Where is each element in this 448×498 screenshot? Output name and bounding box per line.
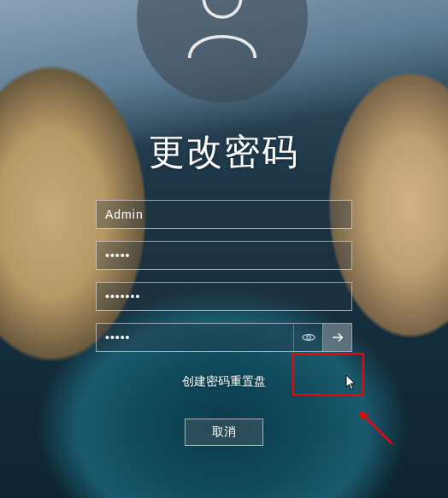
username-input[interactable] (97, 201, 351, 228)
arrow-right-icon (330, 330, 345, 345)
old-password-field-wrap (96, 241, 352, 270)
confirm-password-input[interactable] (97, 324, 293, 351)
username-field-wrap (96, 200, 352, 229)
new-password-input[interactable] (97, 283, 351, 310)
confirm-password-field-wrap (96, 323, 352, 352)
change-password-form: 更改密码 创建密码重置盘 取消 (0, 128, 448, 446)
new-password-field-wrap (96, 282, 352, 311)
reveal-password-button[interactable] (293, 324, 322, 351)
page-title: 更改密码 (149, 128, 299, 176)
svg-point-0 (203, 0, 240, 17)
eye-icon (301, 330, 316, 345)
old-password-input[interactable] (97, 242, 351, 269)
user-icon (171, 0, 274, 68)
svg-point-1 (306, 336, 310, 340)
cancel-button-label: 取消 (212, 425, 236, 440)
create-reset-disk-link[interactable]: 创建密码重置盘 (182, 374, 266, 390)
submit-button[interactable] (322, 324, 351, 351)
cancel-button[interactable]: 取消 (185, 419, 263, 446)
